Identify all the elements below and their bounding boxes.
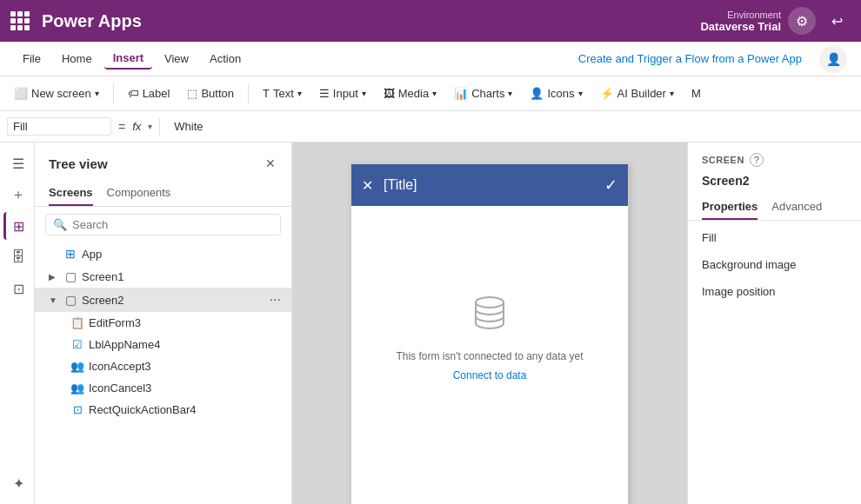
flow-link[interactable]: Create and Trigger a Flow from a Power A… bbox=[578, 52, 802, 65]
property-select[interactable]: Fill bbox=[7, 117, 111, 136]
ai-builder-icon: ⚡ bbox=[600, 87, 614, 100]
add-icon[interactable]: ＋ bbox=[3, 181, 31, 209]
screen1-icon: ▢ bbox=[63, 269, 78, 283]
left-toolbar: ☰ ＋ ⊞ 🗄 ⊡ ✦ bbox=[0, 143, 35, 504]
help-icon[interactable]: 👤 bbox=[819, 45, 847, 73]
button-button[interactable]: ⬚ Button bbox=[180, 83, 241, 103]
tree-items: ⊞ App ▶ ▢ Screen1 ▼ ▢ Screen2 ··· 📋 Edit… bbox=[35, 242, 291, 504]
tree-item-iconcancel3[interactable]: 👥 IconCancel3 bbox=[35, 377, 291, 399]
media-icon: 🖼 bbox=[384, 87, 395, 100]
tab-screens[interactable]: Screens bbox=[49, 181, 93, 206]
tree-item-screen2[interactable]: ▼ ▢ Screen2 ··· bbox=[35, 288, 291, 312]
tree-header: Tree view ✕ bbox=[35, 143, 291, 181]
database-icon[interactable]: 🗄 bbox=[3, 243, 31, 271]
charts-button[interactable]: 📊 Charts ▾ bbox=[447, 83, 519, 103]
icons-icon: 👤 bbox=[530, 87, 544, 100]
iconcancel-label: IconCancel3 bbox=[89, 381, 151, 395]
iconcancel-icon: 👥 bbox=[70, 381, 85, 395]
screen-name: Screen2 bbox=[688, 174, 861, 195]
charts-icon: 📊 bbox=[454, 87, 468, 100]
input-button[interactable]: ☰ Input ▾ bbox=[312, 83, 373, 103]
menu-home[interactable]: Home bbox=[53, 49, 101, 69]
screen-section-label: SCREEN bbox=[702, 155, 744, 165]
tree-item-editform3[interactable]: 📋 EditForm3 bbox=[35, 312, 291, 334]
tree-title: Tree view bbox=[49, 156, 108, 171]
input-chevron-icon: ▾ bbox=[362, 89, 366, 98]
env-info: Environment Dataverse Trial bbox=[700, 10, 781, 33]
text-button[interactable]: T Text ▾ bbox=[256, 83, 309, 103]
env-name: Dataverse Trial bbox=[700, 20, 781, 33]
iconaccept-label: IconAccept3 bbox=[89, 360, 151, 373]
text-chevron-icon: ▾ bbox=[297, 89, 302, 98]
variables-icon[interactable]: ✦ bbox=[3, 469, 31, 497]
equals-sign: = bbox=[118, 120, 125, 134]
profile-icon[interactable]: ⚙ bbox=[788, 7, 816, 35]
tree-close-button[interactable]: ✕ bbox=[260, 153, 281, 174]
screen2-more-button[interactable]: ··· bbox=[266, 292, 284, 308]
menu-file[interactable]: File bbox=[14, 49, 50, 69]
tree-item-app[interactable]: ⊞ App bbox=[35, 242, 291, 265]
canvas-form-message: This form isn't connected to any data ye… bbox=[396, 350, 583, 362]
media-chevron-icon: ▾ bbox=[432, 89, 437, 98]
tree-item-screen1[interactable]: ▶ ▢ Screen1 bbox=[35, 265, 291, 288]
toolbar-sep-2 bbox=[248, 83, 249, 104]
screen1-label: Screen1 bbox=[82, 270, 284, 283]
canvas-connect-link[interactable]: Connect to data bbox=[453, 369, 527, 381]
more-button[interactable]: M bbox=[684, 83, 708, 103]
screen2-expand-icon: ▼ bbox=[49, 295, 59, 305]
input-icon: ☰ bbox=[319, 87, 330, 100]
lblappname-label: LblAppName4 bbox=[89, 338, 160, 351]
new-screen-button[interactable]: ⬜ New screen ▾ bbox=[7, 83, 106, 103]
toolbar-sep-1 bbox=[113, 83, 114, 104]
tab-components[interactable]: Components bbox=[107, 181, 171, 206]
screen2-icon: ▢ bbox=[63, 293, 78, 307]
title-bar-right: Environment Dataverse Trial ⚙ ↩ bbox=[700, 7, 851, 35]
components-icon[interactable]: ⊡ bbox=[3, 275, 31, 302]
prop-background-image[interactable]: Background image bbox=[702, 258, 847, 271]
prop-image-position[interactable]: Image position bbox=[702, 285, 847, 298]
formula-divider bbox=[159, 118, 160, 136]
formula-bar: Fill = fx ▾ bbox=[0, 111, 861, 143]
canvas-close-icon[interactable]: ✕ bbox=[362, 177, 373, 194]
label-button[interactable]: 🏷 Label bbox=[121, 83, 177, 103]
tab-advanced[interactable]: Advanced bbox=[771, 195, 822, 220]
app-label: App bbox=[82, 248, 284, 261]
screen-info-icon[interactable]: ? bbox=[750, 153, 764, 167]
canvas-check-icon[interactable]: ✓ bbox=[604, 176, 617, 195]
ai-builder-chevron-icon: ▾ bbox=[670, 89, 674, 98]
canvas-app-bar: ✕ [Title] ✓ bbox=[351, 164, 628, 206]
waffle-icon[interactable] bbox=[10, 11, 30, 30]
tree-panel: Tree view ✕ Screens Components 🔍 ⊞ App ▶… bbox=[35, 143, 292, 504]
charts-chevron-icon: ▾ bbox=[508, 89, 512, 98]
main-layout: ☰ ＋ ⊞ 🗄 ⊡ ✦ Tree view ✕ Screens Componen… bbox=[0, 143, 861, 504]
menu-insert[interactable]: Insert bbox=[104, 48, 152, 70]
tree-item-lblappname4[interactable]: ☑ LblAppName4 bbox=[35, 334, 291, 355]
hamburger-icon[interactable]: ☰ bbox=[3, 149, 31, 177]
icons-button[interactable]: 👤 Icons ▾ bbox=[523, 83, 589, 103]
menu-action[interactable]: Action bbox=[201, 49, 250, 69]
tab-properties[interactable]: Properties bbox=[702, 195, 758, 220]
tree-item-rectquickactionbar4[interactable]: ⊡ RectQuickActionBar4 bbox=[35, 399, 291, 421]
tree-item-iconaccept3[interactable]: 👥 IconAccept3 bbox=[35, 355, 291, 377]
canvas-title: [Title] bbox=[384, 177, 594, 193]
editform-icon: 📋 bbox=[70, 316, 85, 329]
right-panel-tabs: Properties Advanced bbox=[688, 195, 861, 221]
tree-view-icon[interactable]: ⊞ bbox=[3, 212, 31, 240]
formula-input[interactable] bbox=[167, 120, 854, 133]
media-button[interactable]: 🖼 Media ▾ bbox=[377, 83, 444, 103]
prop-fill[interactable]: Fill bbox=[702, 231, 847, 244]
screen1-expand-icon: ▶ bbox=[49, 272, 59, 282]
menu-view[interactable]: View bbox=[156, 49, 197, 69]
fx-label: fx bbox=[132, 120, 141, 133]
lblappname-icon: ☑ bbox=[70, 338, 85, 351]
undo-button[interactable]: ↩ bbox=[823, 7, 851, 35]
text-icon: T bbox=[263, 87, 270, 100]
title-bar: Power Apps Environment Dataverse Trial ⚙… bbox=[0, 0, 861, 42]
formula-chevron-icon: ▾ bbox=[148, 122, 152, 131]
search-input[interactable] bbox=[72, 218, 273, 231]
canvas-body: This form isn't connected to any data ye… bbox=[351, 206, 628, 467]
ai-builder-button[interactable]: ⚡ AI Builder ▾ bbox=[593, 83, 681, 103]
canvas-db-icon bbox=[469, 292, 511, 343]
editform-label: EditForm3 bbox=[89, 316, 141, 329]
iconaccept-icon: 👥 bbox=[70, 360, 85, 373]
